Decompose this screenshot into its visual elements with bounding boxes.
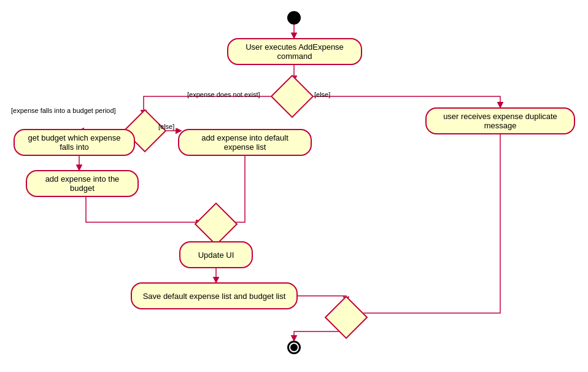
add-expense-command-node: User executes AddExpense command: [227, 38, 362, 65]
diamond2-label-left: [expense falls into a budget period]: [11, 107, 116, 114]
update-ui-node: Update UI: [179, 241, 253, 268]
diamond2-label-right: [else]: [158, 123, 174, 130]
start-node: [287, 11, 301, 25]
end-node: [287, 341, 301, 354]
get-budget-node: get budget which expense falls into: [14, 129, 135, 156]
add-expense-budget-node: add expense into the budget: [26, 170, 139, 197]
diamond-expense-exists: [271, 75, 314, 118]
diamond-merge1: [195, 203, 238, 246]
diamond1-label-right: [else]: [314, 91, 330, 98]
save-default-node: Save default expense list and budget lis…: [131, 282, 298, 309]
diamond-merge2: [325, 296, 368, 339]
diamond1-label-left: [expense does not exist]: [187, 91, 260, 98]
add-expense-default-node: add expense into default expense list: [178, 129, 312, 156]
activity-diagram: User executes AddExpense command [expens…: [0, 0, 588, 372]
duplicate-message-node: user receives expense duplicate message: [425, 107, 575, 134]
end-node-inner: [290, 344, 298, 351]
